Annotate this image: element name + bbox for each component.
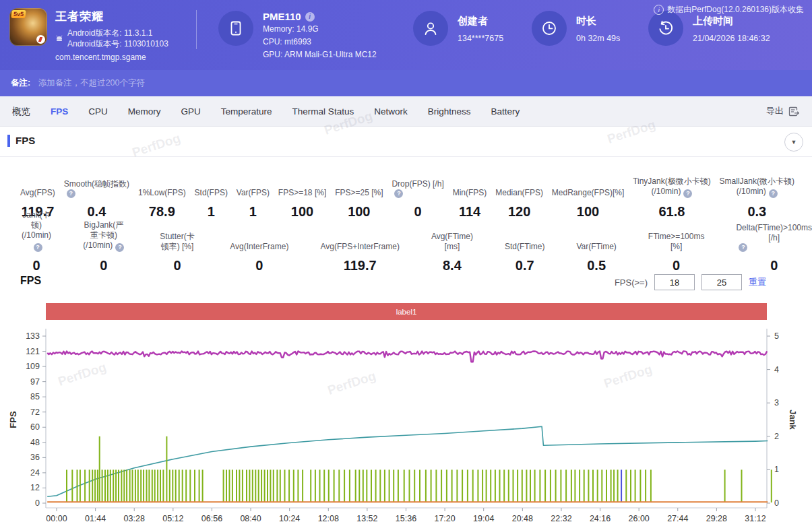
device-gpu: GPU: ARM Mali-G1-Ultra MC12 [263, 49, 377, 61]
stat-value: 0 [22, 258, 51, 273]
stat-label-line2: (/10min) [83, 240, 113, 250]
y-right-tick: 1 [774, 465, 779, 474]
y-left-tick: 12 [30, 483, 40, 492]
x-tick: 12:08 [318, 514, 339, 522]
tab-network[interactable]: Network [374, 96, 408, 127]
y-left-tick: 36 [30, 453, 40, 462]
fps-threshold-input-1[interactable] [654, 274, 695, 290]
device-name: PME110 [263, 11, 301, 22]
stat-item: Delta(FTime)>100ms [/h]?0 [736, 230, 812, 273]
stat-label: Avg(FTime) [ms] [431, 232, 473, 252]
device-cpu: CPU: mt6993 [263, 36, 377, 48]
series-fps [47, 351, 767, 362]
x-tick: 20:48 [512, 514, 533, 522]
stat-value: 1 [237, 204, 270, 220]
x-tick: 29:28 [706, 514, 727, 522]
y-left-tick: 121 [26, 347, 40, 356]
chart-title: FPS [20, 275, 41, 287]
upload-info: 上传时间 21/04/2026 18:46:32 [648, 11, 770, 46]
android-version-code: Android版本号: 1103010103 [67, 38, 168, 49]
creator-icon [413, 11, 448, 46]
device-memory: Memory: 14.9G [263, 24, 377, 35]
y-right-tick: 0 [774, 498, 779, 508]
x-tick: 15:36 [396, 514, 416, 522]
stat-item: Var(FPS)1 [237, 176, 270, 220]
stat-label: BigJank(严重卡顿) [83, 220, 125, 240]
stat-value: 0 [736, 258, 812, 273]
help-icon[interactable]: ? [34, 243, 42, 252]
stats-row-1: Avg(FPS)119.7Smooth(稳帧指数)?0.41%Low(FPS)7… [0, 168, 812, 220]
stat-label: Stutter(卡顿率) [%] [156, 232, 199, 252]
creator-label: 创建者 [458, 15, 503, 28]
stat-label: Std(FTime) [505, 242, 545, 252]
x-tick: 17:20 [434, 514, 455, 522]
stat-label: Var(FTime) [576, 242, 616, 252]
export-button[interactable]: 导出 [766, 105, 800, 117]
y-left-tick: 48 [30, 438, 40, 447]
game-badge: 5v5 [11, 10, 26, 18]
tab-brightness[interactable]: Brightness [428, 96, 471, 127]
chart-label-band-text: label1 [396, 308, 417, 316]
tab-概览[interactable]: 概览 [12, 96, 30, 127]
help-icon[interactable]: ? [394, 189, 403, 198]
section-title: FPS [15, 135, 35, 146]
y-left-tick: 72 [30, 407, 40, 417]
stat-value: 120 [495, 204, 543, 220]
collapse-button[interactable]: ▼ [784, 133, 803, 152]
tab-thermal-status[interactable]: Thermal Status [292, 96, 354, 127]
stat-value: 0.3 [720, 204, 794, 220]
y-right-tick: 5 [774, 331, 779, 341]
upload-value: 21/04/2026 18:46:32 [693, 34, 770, 43]
reset-link[interactable]: 重置 [749, 276, 766, 288]
help-icon[interactable]: ? [67, 189, 75, 198]
stat-item: TinyJank(极微小卡顿)(/10min)?61.8 [633, 176, 711, 220]
stat-label: Drop(FPS) [/h] [392, 179, 443, 189]
game-app-icon: 5v5 [9, 8, 47, 46]
stats-row-2: Jank(卡顿)(/10min)?0BigJank(严重卡顿)(/10min)?… [0, 222, 812, 273]
tab-battery[interactable]: Battery [491, 96, 520, 127]
y-left-tick: 133 [26, 331, 40, 341]
y-left-tick: 0 [35, 498, 40, 508]
upload-label: 上传时间 [693, 15, 770, 28]
stat-value: 100 [278, 204, 326, 220]
stat-value: 0 [392, 204, 443, 220]
fps-chart[interactable]: label10122436486072859710912113301234500… [0, 296, 812, 522]
x-tick: 22:32 [551, 514, 571, 522]
tab-gpu[interactable]: GPU [181, 96, 201, 127]
stat-item: BigJank(严重卡顿)(/10min)?0 [83, 230, 125, 273]
stat-item: Drop(FPS) [/h]?0 [392, 176, 443, 220]
stat-label: Avg(FPS+InterFrame) [320, 242, 399, 252]
stat-item: FTime>=100ms [%]0 [648, 230, 705, 273]
creator-info: 创建者 134****7675 [413, 11, 503, 46]
y-right-tick: 2 [774, 432, 779, 441]
stat-label: Jank(卡顿) [22, 210, 51, 230]
stat-item: FPS>=25 [%]100 [335, 176, 383, 220]
stat-item: 1%Low(FPS)78.9 [138, 176, 186, 220]
stat-value: 0 [156, 258, 199, 273]
stat-value: 0.5 [576, 258, 616, 273]
tab-fps[interactable]: FPS [51, 96, 68, 127]
stat-label: MedRange(FPS)[%] [552, 188, 624, 198]
help-icon[interactable]: ? [115, 243, 124, 252]
help-icon[interactable]: ? [683, 189, 692, 198]
header: 5v5 王者荣耀 Android版本名: 11.3.1.1 Android版本号… [0, 0, 812, 70]
tab-temperature[interactable]: Temperature [221, 96, 272, 127]
note-bar[interactable]: 备注: 添加备注，不超过200个字符 [0, 70, 812, 96]
fps-threshold-input-2[interactable] [701, 274, 742, 290]
android-version-name: Android版本名: 11.3.1.1 [67, 28, 168, 38]
stat-label-line2: (/10min) [737, 187, 766, 196]
tab-memory[interactable]: Memory [128, 96, 161, 127]
y-left-tick: 24 [30, 468, 40, 478]
stat-label: 1%Low(FPS) [138, 188, 186, 198]
section-accent-bar [7, 135, 10, 147]
stat-item: MedRange(FPS)[%]100 [552, 176, 624, 220]
device-info-icon[interactable]: i [305, 12, 315, 22]
y-axis-label-fps: FPS [8, 411, 18, 428]
stat-label: Min(FPS) [453, 188, 487, 198]
help-icon[interactable]: ? [769, 189, 778, 198]
help-icon[interactable]: ? [739, 243, 747, 252]
fps-filter-label: FPS(>=) [615, 278, 648, 288]
tab-cpu[interactable]: CPU [88, 96, 108, 127]
stat-item: Avg(InterFrame)0 [230, 230, 288, 273]
y-right-tick: 4 [774, 365, 779, 374]
